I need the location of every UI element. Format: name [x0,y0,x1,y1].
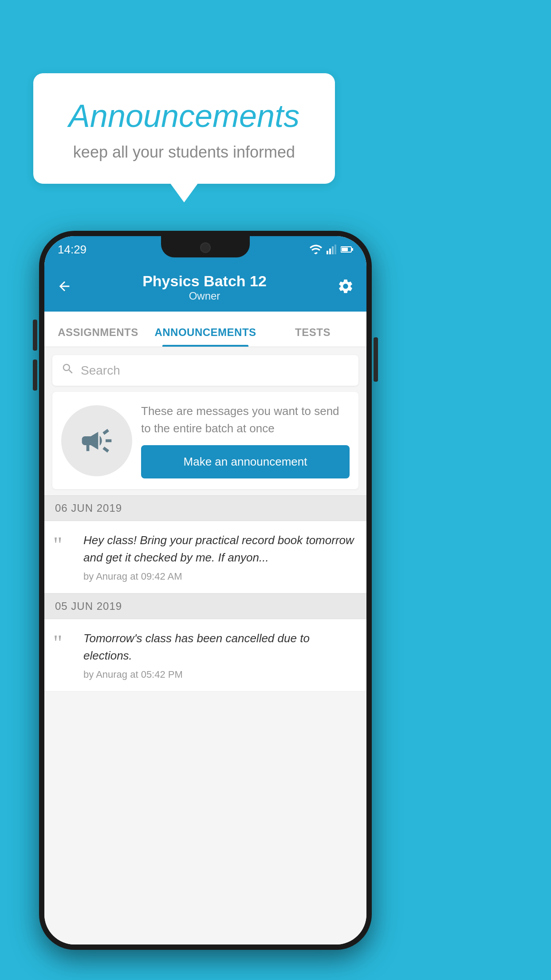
phone-mockup: 14:29 [39,231,372,959]
phone-body: 14:29 [39,231,372,950]
announcement-content-2: Tomorrow's class has been cancelled due … [83,630,358,680]
camera [200,242,211,253]
svg-rect-5 [342,248,348,251]
bubble-subtitle: keep all your students informed [60,143,308,162]
svg-rect-3 [335,245,336,254]
search-placeholder: Search [81,364,120,378]
tab-announcements[interactable]: ANNOUNCEMENTS [152,326,259,347]
search-bar[interactable]: Search [52,355,358,386]
phone-notch [161,236,250,257]
quote-icon-2: " [53,632,75,654]
date-separator-2: 05 JUN 2019 [44,593,366,619]
status-time: 14:29 [58,243,87,257]
announcement-icon-circle [61,405,132,476]
phone-screen: 14:29 [44,236,366,944]
battery-icon [341,246,353,253]
back-button[interactable] [57,279,72,296]
settings-button[interactable] [337,278,354,296]
announcement-meta-1: by Anurag at 09:42 AM [83,571,358,582]
svg-rect-1 [329,249,331,254]
announcement-item-1[interactable]: " Hey class! Bring your practical record… [44,521,366,593]
prompt-text: These are messages you want to send to t… [141,403,350,437]
tab-tests[interactable]: TESTS [259,326,366,347]
status-icons [310,245,353,254]
header-title-block: Physics Batch 12 Owner [142,273,267,302]
make-announcement-button[interactable]: Make an announcement [141,445,350,478]
tab-assignments[interactable]: ASSIGNMENTS [44,326,152,347]
prompt-right: These are messages you want to send to t… [141,403,350,478]
volume-up-button[interactable] [33,320,37,351]
wifi-icon [310,245,322,254]
app-header: Physics Batch 12 Owner [44,263,366,312]
date-separator-1: 06 JUN 2019 [44,495,366,521]
svg-rect-6 [352,248,353,251]
speech-bubble: Announcements keep all your students inf… [33,73,335,184]
content-area: Search These are messages you want to se… [44,347,366,944]
power-button[interactable] [374,337,378,382]
svg-rect-2 [332,246,334,254]
announcement-item-2[interactable]: " Tomorrow's class has been cancelled du… [44,619,366,692]
volume-down-button[interactable] [33,360,37,391]
announcement-text-2: Tomorrow's class has been cancelled due … [83,630,358,664]
search-icon [61,362,75,379]
prompt-card: These are messages you want to send to t… [52,392,358,489]
megaphone-icon [79,423,114,458]
header-title: Physics Batch 12 [142,273,267,290]
quote-icon-1: " [53,533,75,556]
announcement-text-1: Hey class! Bring your practical record b… [83,532,358,566]
svg-rect-0 [327,251,328,254]
tabs-bar: ASSIGNMENTS ANNOUNCEMENTS TESTS [44,312,366,347]
announcement-content-1: Hey class! Bring your practical record b… [83,532,358,582]
header-subtitle: Owner [189,290,220,302]
bubble-title: Announcements [60,98,308,134]
announcement-meta-2: by Anurag at 05:42 PM [83,669,358,680]
signal-icon [327,245,336,254]
